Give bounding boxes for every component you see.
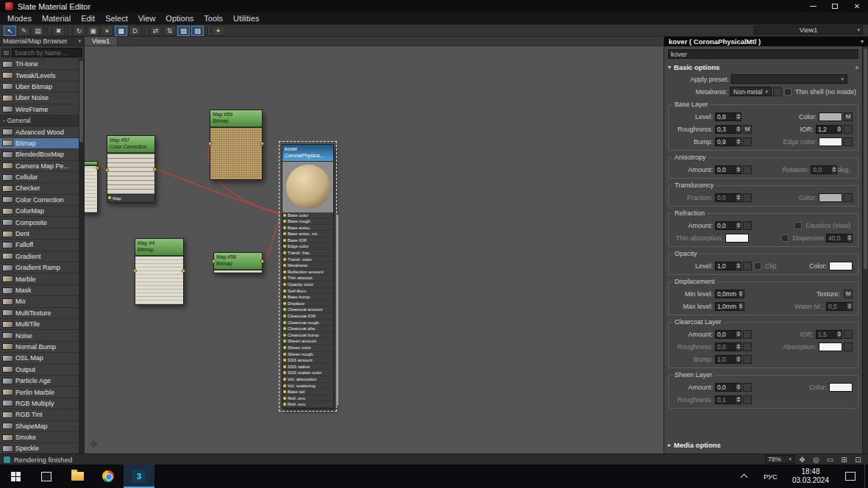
node-slot[interactable]: Transl. color: [282, 256, 333, 263]
roughness-spinner[interactable]: 0,3: [715, 125, 741, 134]
fraction-spinner[interactable]: 0,0: [715, 193, 741, 202]
start-button[interactable]: [0, 464, 31, 488]
refraction-amount-spinner[interactable]: 0,0: [715, 221, 741, 230]
translucency-color-swatch[interactable]: [819, 193, 842, 202]
task-view-button[interactable]: [31, 464, 62, 488]
minimize-button[interactable]: [802, 0, 824, 12]
node-slot[interactable]: Base IOR: [282, 237, 333, 244]
delete-selected-button[interactable]: ✖: [52, 26, 65, 36]
show-background-button[interactable]: ▦: [115, 26, 127, 36]
output-socket-icon[interactable]: [96, 166, 99, 170]
node-slot[interactable]: SSS amount: [282, 357, 333, 364]
output-socket-icon[interactable]: [260, 259, 264, 263]
menu-item[interactable]: Select: [100, 14, 133, 23]
node-header[interactable]: Map #59 Bitmap: [210, 110, 262, 127]
displacement-texture-button[interactable]: M: [844, 290, 853, 298]
browser-item[interactable]: WireFrame: [0, 104, 79, 115]
node-slot[interactable]: Sheen color: [282, 345, 333, 351]
browser-item[interactable]: MultiTexture: [0, 308, 79, 319]
browser-item[interactable]: Output: [0, 365, 79, 376]
sheen-roughness-map-button[interactable]: [743, 395, 752, 404]
view-selector-dropdown[interactable]: View1 ▾: [754, 26, 863, 35]
browser-item[interactable]: Smoke: [0, 432, 79, 443]
search-options-icon[interactable]: [1, 49, 10, 57]
browser-item[interactable]: BlendedBoxMap: [0, 149, 79, 160]
browser-item[interactable]: Normal Bump: [0, 342, 79, 353]
browser-item[interactable]: Falloff: [0, 240, 79, 251]
chrome-button[interactable]: [93, 464, 124, 488]
spinner-arrows-icon[interactable]: [735, 262, 741, 270]
browser-item[interactable]: Particle Age: [0, 376, 79, 387]
clearcoat-amount-map-button[interactable]: [743, 330, 752, 339]
clearcoat-bump-spinner[interactable]: 1,0: [715, 355, 741, 364]
spinner-arrows-icon[interactable]: [836, 330, 842, 339]
node-slot[interactable]: Metalness: [282, 262, 333, 269]
show-desktop-button[interactable]: [864, 464, 868, 488]
input-socket-icon[interactable]: [208, 142, 212, 146]
spinner-arrows-icon[interactable]: [735, 383, 741, 392]
node-header[interactable]: Map #4 Bitmap: [135, 239, 183, 256]
spinner-arrows-icon[interactable]: [846, 234, 853, 243]
node-map57[interactable]: Map #57 Color Correction Map: [107, 135, 155, 203]
browser-item[interactable]: MultiTile: [0, 319, 79, 330]
node-slot[interactable]: Base aniso.: [282, 225, 333, 232]
spinner-arrows-icon[interactable]: [735, 165, 741, 174]
node-map4[interactable]: Map #4 Bitmap: [135, 238, 184, 305]
node-slot[interactable]: Clearcoat amount: [282, 306, 333, 313]
node-canvas[interactable]: Map #57 Color Correction Map Map #59 Bit…: [85, 46, 664, 453]
rotation-spinner[interactable]: 0,0: [811, 165, 837, 174]
thin-absorption-swatch[interactable]: [725, 234, 749, 243]
spinner-arrows-icon[interactable]: [836, 125, 842, 134]
node-slot[interactable]: Self-illum.: [282, 288, 333, 295]
node-slot[interactable]: Reflection amount: [282, 269, 333, 276]
node-slot[interactable]: Sheen amount: [282, 338, 333, 345]
node-slot[interactable]: Transl. frac.: [282, 250, 333, 256]
spinner-arrows-icon[interactable]: [735, 193, 741, 202]
input-socket-icon[interactable]: [212, 259, 216, 263]
browser-item[interactable]: Mask: [0, 285, 79, 296]
move-children-button[interactable]: ⇅: [163, 26, 176, 36]
opacity-map-button[interactable]: [743, 262, 752, 270]
spinner-arrows-icon[interactable]: [735, 355, 741, 364]
maximize-button[interactable]: [824, 0, 846, 12]
menu-item[interactable]: Edit: [76, 14, 100, 23]
node-slot[interactable]: Base bump: [282, 294, 333, 301]
browser-header[interactable]: Material/Map Browser ▾: [0, 37, 84, 46]
node-header[interactable]: kover CoronaPhysica...: [282, 145, 333, 161]
browser-item[interactable]: Checker: [0, 183, 79, 194]
scrollbar-thumb[interactable]: [864, 49, 867, 269]
close-button[interactable]: ✕: [846, 0, 868, 12]
max-level-spinner[interactable]: 1,0mm: [715, 302, 744, 311]
menu-item[interactable]: Modes: [2, 14, 37, 23]
general-section-header[interactable]: - General: [0, 115, 79, 126]
water-level-spinner[interactable]: 0,5: [826, 302, 853, 311]
sheen-amount-map-button[interactable]: [743, 383, 752, 392]
browser-item[interactable]: Tri-tone: [0, 59, 79, 70]
browser-item[interactable]: Cellular: [0, 172, 79, 183]
zoom-level-dropdown[interactable]: 78% ▾: [765, 455, 794, 464]
menu-item[interactable]: Material: [37, 14, 76, 23]
node-slot[interactable]: SSS scatter color: [282, 370, 333, 376]
output-socket-icon[interactable]: [260, 142, 264, 146]
browser-item[interactable]: ColorMap: [0, 206, 79, 217]
base-color-swatch[interactable]: [819, 112, 842, 121]
hide-unused-nodeslots-button[interactable]: ⇄: [149, 26, 162, 36]
node-slot[interactable]: Refr. env.: [282, 401, 333, 408]
spinner-arrows-icon[interactable]: [735, 342, 741, 351]
refraction-map-button[interactable]: [743, 221, 752, 230]
browser-item[interactable]: Uber Bitmap: [0, 82, 79, 93]
browser-item[interactable]: Noise: [0, 330, 79, 341]
clip-checkbox[interactable]: [754, 262, 761, 270]
browser-scrollbar[interactable]: [79, 59, 84, 453]
anisotropy-amount-spinner[interactable]: 0,0: [715, 165, 741, 174]
level-spinner[interactable]: 0,8: [715, 112, 741, 121]
browser-item[interactable]: Gradient Ramp: [0, 262, 79, 273]
apply-preset-dropdown[interactable]: ▾: [731, 74, 847, 84]
render-preview-button[interactable]: ✦: [212, 26, 224, 36]
browser-item[interactable]: Uber Noise: [0, 93, 79, 104]
base-color-map-button[interactable]: M: [844, 112, 853, 121]
node-header[interactable]: Map #57 Color Correction: [107, 136, 154, 153]
node-slot[interactable]: Clearcoat IOR: [282, 313, 333, 320]
spinner-arrows-icon[interactable]: [738, 290, 744, 298]
output-socket-icon[interactable]: [153, 168, 157, 171]
